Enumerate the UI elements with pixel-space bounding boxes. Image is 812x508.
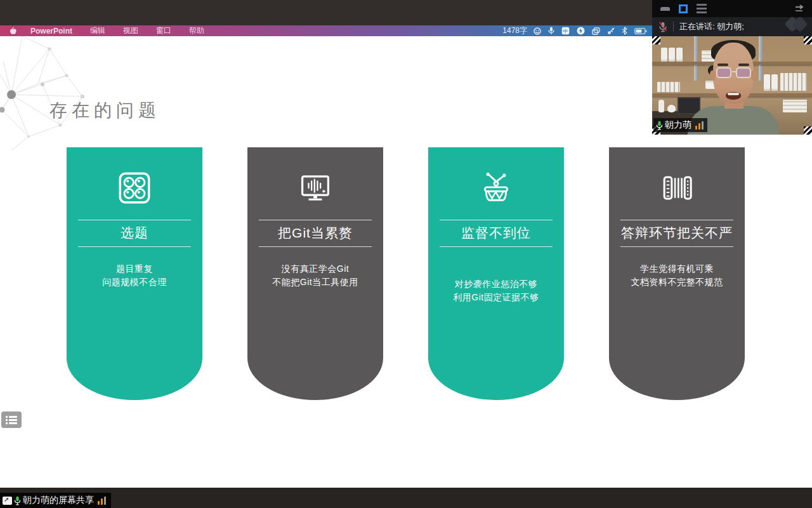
drum-icon [428, 169, 564, 207]
binder [661, 48, 667, 62]
shelf-post [759, 36, 763, 81]
glasses-lens [736, 67, 751, 78]
menu-window[interactable]: 窗口 [156, 25, 171, 36]
screen-share-icon [3, 497, 12, 505]
ear [710, 70, 716, 81]
binder [669, 48, 675, 62]
windows-stack-icon[interactable] [592, 27, 600, 35]
vase [667, 105, 676, 112]
menubar-app-name[interactable]: PowerPoint [30, 27, 72, 36]
ear [751, 70, 757, 81]
book-row [780, 73, 807, 91]
divider [259, 220, 372, 220]
binder [771, 74, 778, 91]
bluetooth-icon[interactable] [622, 27, 627, 35]
speaking-status-bar: 正在讲话: 朝力萌; [652, 17, 812, 36]
shared-screen-top-strip [0, 0, 652, 25]
connect-icon[interactable] [607, 27, 615, 35]
resize-corner[interactable] [804, 126, 812, 135]
audio-level-icon [695, 121, 704, 130]
binder [676, 48, 683, 62]
divider [440, 220, 553, 220]
monitor-waveform-icon [247, 169, 383, 207]
card-git-burden: 把Git当累赘 没有真正学会Git 不能把Git当工具使用 [247, 147, 383, 400]
divider [78, 246, 191, 247]
flash-circle-icon[interactable] [577, 27, 585, 35]
card-body: 学生觉得有机可乘 文档资料不完整不规范 [609, 262, 745, 289]
meeting-mini-panel[interactable]: 正在讲话: 朝力萌; [652, 0, 812, 135]
share-label-text: 朝力萌的屏幕共享 [23, 495, 94, 506]
divider [673, 22, 674, 32]
macos-menubar: PowerPoint 编辑 视图 窗口 帮助 1478字 中 [0, 25, 652, 36]
glasses-lens [716, 67, 731, 78]
burner-grid-icon [67, 169, 202, 207]
slide-navigator-button[interactable] [1, 411, 22, 428]
participant-name: 朝力萌 [665, 119, 691, 131]
muted-mic-icon[interactable] [658, 22, 667, 32]
glasses-bridge [732, 71, 737, 72]
card-defense: 答辩环节把关不严 学生觉得有机可乘 文档资料不完整不规范 [609, 147, 745, 400]
menu-view[interactable]: 视图 [123, 25, 138, 36]
svg-text:中: 中 [563, 28, 568, 34]
card-title: 选题 [67, 224, 202, 243]
book-stack [783, 100, 807, 112]
card-topic-selection: 选题 题目重复 问题规模不合理 [67, 147, 202, 400]
exit-minimized-view-icon[interactable] [794, 3, 806, 15]
eyebrow [717, 64, 728, 66]
book-row [657, 82, 680, 92]
card-title: 把Git当累赘 [247, 224, 383, 243]
bullet-list-icon [6, 415, 17, 424]
card-body: 没有真正学会Git 不能把Git当工具使用 [247, 262, 383, 289]
divider [620, 246, 733, 247]
resize-corner[interactable] [652, 36, 660, 44]
screen-share-status: 朝力萌的屏幕共享 [0, 493, 111, 508]
gallery-view-icon[interactable] [679, 4, 688, 13]
input-source-icon[interactable]: 中 [561, 27, 570, 35]
microphone-icon[interactable] [548, 27, 554, 35]
slide-title: 存在的问题 [49, 98, 160, 123]
mouth [726, 92, 741, 100]
binder [764, 74, 770, 91]
menu-edit[interactable]: 编辑 [90, 25, 105, 36]
card-title: 监督不到位 [428, 224, 564, 243]
speaking-label: 正在讲话: 朝力萌; [679, 21, 744, 32]
divider [440, 246, 553, 247]
logo-watermark [787, 18, 806, 30]
vase [658, 100, 664, 112]
shelf-post [694, 36, 698, 81]
divider [620, 220, 733, 220]
card-body: 题目重复 问题规模不合理 [67, 262, 202, 289]
meeting-controls [652, 0, 812, 17]
menu-help[interactable]: 帮助 [189, 25, 204, 36]
accordion-icon [609, 169, 745, 207]
emoji-icon[interactable] [534, 27, 541, 35]
battery-icon[interactable] [634, 28, 647, 34]
card-title: 答辩环节把关不严 [609, 224, 745, 243]
bottom-strip: 朝力萌的屏幕共享 [0, 488, 812, 508]
card-supervision: 监督不到位 对抄袭作业惩治不够 利用Git固定证据不够 [428, 147, 564, 400]
desktop: PowerPoint 编辑 视图 窗口 帮助 1478字 中 [0, 0, 812, 508]
participant-video[interactable]: 朝力萌 [652, 36, 812, 135]
eyebrow [738, 64, 749, 66]
divider [259, 246, 372, 247]
active-mic-icon [14, 496, 21, 505]
card-body: 对抄袭作业惩治不够 利用Git固定证据不够 [428, 277, 564, 304]
participant-name-label: 朝力萌 [653, 118, 707, 132]
list-view-icon[interactable] [697, 4, 707, 13]
active-mic-icon [656, 121, 663, 130]
divider [78, 220, 191, 220]
resize-corner[interactable] [804, 36, 812, 44]
apple-logo-icon[interactable] [9, 27, 16, 35]
minimize-icon[interactable] [660, 7, 670, 11]
audio-level-icon [98, 497, 106, 505]
word-count-status[interactable]: 1478字 [502, 25, 527, 36]
